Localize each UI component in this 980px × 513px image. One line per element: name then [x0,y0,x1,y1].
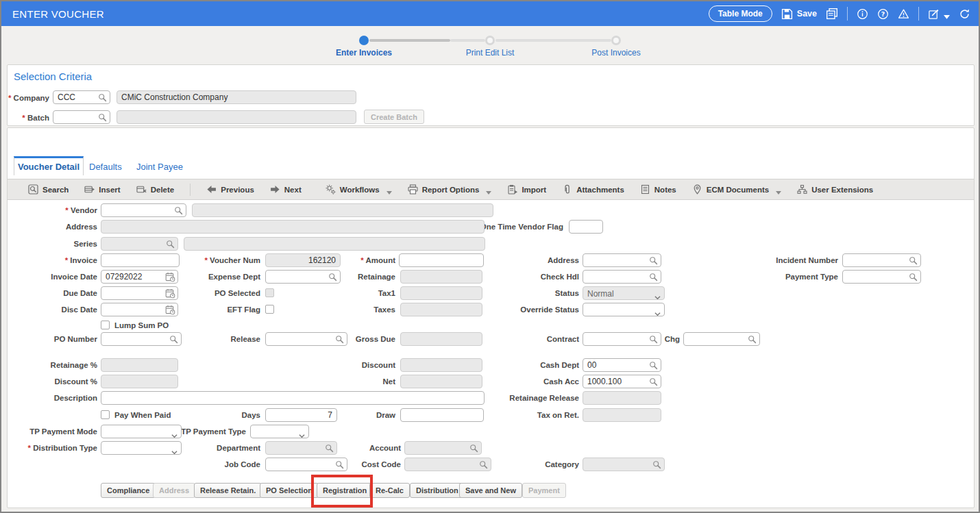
address-code-field[interactable] [583,253,661,267]
draw-field[interactable] [400,408,484,422]
po-number-field[interactable] [101,332,182,346]
job-code-field[interactable] [265,458,347,471]
save-button[interactable]: Save [781,8,817,20]
tp-payment-mode-select[interactable] [101,425,182,438]
step-dot-enter-invoices[interactable] [359,36,369,45]
toolbar-workflows[interactable]: Workflows [326,184,392,195]
batch-field[interactable] [53,110,110,124]
days-field[interactable] [265,408,337,422]
net-label: Net [301,377,395,386]
info-icon[interactable] [857,8,868,20]
toolbar-import[interactable]: Import [507,184,546,195]
distribution-type-select[interactable] [101,441,182,455]
compliance-button[interactable]: Compliance [101,483,156,498]
payment-button[interactable]: Payment [522,483,566,498]
toolbar-report-options[interactable]: Report Options [408,184,492,195]
tab-defaults[interactable]: Defaults [89,162,122,172]
invoice-field[interactable] [101,253,180,267]
cash-acc-label: Cash Acc [485,377,579,386]
one-time-vendor-flag-field[interactable] [569,220,603,234]
warning-icon[interactable] [898,8,909,20]
re-calc-button[interactable]: Re-Calc [369,483,410,498]
release-field[interactable] [265,332,347,346]
toolbar-notes[interactable]: Notes [640,184,676,195]
po-selection-button[interactable]: PO Selection [260,483,319,498]
retainage-release-field [583,391,661,405]
incident-number-field[interactable] [842,253,921,267]
due-date-label: Due Date [15,288,97,298]
expense-dept-field[interactable] [265,270,341,284]
pin-icon [692,184,702,195]
save-and-new-button[interactable]: Save and New [459,483,522,498]
address-label: Address [15,222,97,232]
chg-field[interactable] [683,332,760,346]
eft-flag-checkbox[interactable] [265,305,274,314]
copy-icon[interactable] [826,8,838,20]
override-status-select[interactable] [583,303,665,316]
distribution-button[interactable]: Distribution [410,483,465,498]
step-label-post-invoices[interactable]: Post Invoices [591,48,640,58]
status-select[interactable]: Normal [583,286,665,300]
tp-payment-type-select[interactable] [250,425,309,438]
chevron-down-icon [654,308,661,312]
required-marker: * [65,256,68,264]
toolbar-insert[interactable]: Insert [84,184,120,195]
contract-field[interactable] [583,332,661,346]
table-mode-button[interactable]: Table Mode [709,5,772,22]
account-field[interactable] [404,441,482,455]
company-field[interactable] [53,90,110,104]
toolbar-next[interactable]: Next [270,184,302,195]
cash-dept-field[interactable] [583,358,661,372]
eft-flag-label: EFT Flag [166,305,260,314]
create-batch-button[interactable]: Create Batch [364,110,424,124]
printer-icon [408,184,418,195]
invoice-date-field[interactable] [101,270,178,284]
registration-button[interactable]: Registration [317,483,373,498]
toolbar-search[interactable]: Search [28,184,69,195]
help-icon[interactable]: ? [877,8,889,20]
record-toolbar: Search Insert Delete Previous Next Workf… [8,179,974,200]
discount-pct-field [101,375,178,388]
po-number-label: PO Number [15,334,97,344]
description-field[interactable] [101,391,485,405]
tax-on-ret-field [583,408,661,422]
department-field[interactable] [265,441,337,455]
paperclip-icon [562,184,572,195]
po-selected-checkbox[interactable] [265,288,274,297]
tab-voucher-detail[interactable]: Voucher Detail [14,156,84,175]
payment-type-field[interactable] [842,270,921,284]
amount-field[interactable] [399,253,484,267]
cash-acc-field[interactable] [583,375,661,388]
category-field[interactable] [583,458,665,471]
chevron-down-icon [171,447,177,451]
step-dot-post-invoices[interactable] [611,36,621,45]
pay-when-paid-checkbox[interactable] [101,410,110,419]
delete-row-icon [136,184,147,195]
toolbar-ecm-documents[interactable]: ECM Documents [692,184,781,195]
step-label-print-edit-list[interactable]: Print Edit List [466,48,515,58]
release-retain-button[interactable]: Release Retain. [194,483,262,498]
vendor-field[interactable] [101,203,186,217]
due-date-field[interactable] [101,286,178,300]
toolbar-user-extensions[interactable]: User Extensions [797,184,873,195]
step-dot-print-edit-list[interactable] [485,36,495,45]
toolbar-delete[interactable]: Delete [136,184,175,195]
check-hdl-field[interactable] [583,270,661,284]
cost-code-field[interactable] [404,458,491,471]
series-field[interactable] [101,237,178,251]
address-button[interactable]: Address [153,483,195,498]
distribution-type-label: * Distribution Type [3,443,97,453]
step-label-enter-invoices[interactable]: Enter Invoices [336,48,392,58]
tax1-field [400,286,482,300]
company-name-field [117,90,356,104]
lump-sum-po-checkbox[interactable] [101,321,110,329]
expense-dept-label: Expense Dept [166,272,260,281]
import-icon [507,184,517,195]
tab-joint-payee[interactable]: Joint Payee [136,162,183,172]
enter-voucher-window: ENTER VOUCHER Table Mode Save ? Enter In… [0,0,980,513]
toolbar-previous[interactable]: Previous [206,184,254,195]
disc-date-field[interactable] [101,303,178,316]
toolbar-attachments[interactable]: Attachments [562,184,624,195]
refresh-icon[interactable] [959,8,970,20]
edit-menu-button[interactable] [928,8,950,20]
